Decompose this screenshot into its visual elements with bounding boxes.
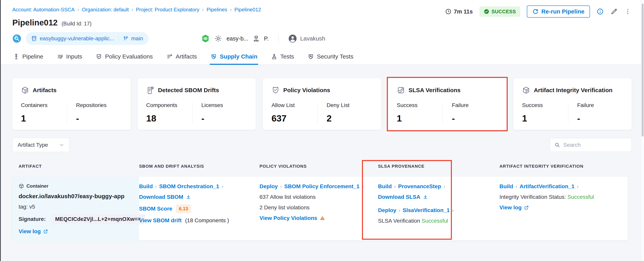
rerun-pipeline-button[interactable]: Re-run Pipeline <box>527 5 590 18</box>
rerun-label: Re-run Pipeline <box>541 8 584 15</box>
view-log-link[interactable]: View log <box>500 205 529 211</box>
signature-value: MEQCICde2Vjl...L+2+mqnOXw== <box>51 214 145 224</box>
tab-inputs[interactable]: Inputs <box>56 50 83 65</box>
metric-label: Licenses <box>201 102 247 108</box>
slsa-cell: Build ProvenanceStep Download SLSA Deplo… <box>378 177 500 241</box>
download-sbom-link[interactable]: Download SBOM <box>139 194 191 200</box>
sbom-cell: Build SBOM Orchestration_1 Download SBOM… <box>139 177 260 241</box>
tab-label: Inputs <box>66 53 82 60</box>
status-text: SUCCESS <box>492 9 516 14</box>
breadcrumb-current[interactable]: Pipeline012 <box>234 7 261 13</box>
metric-label: Components <box>146 102 192 108</box>
tab-pipeline[interactable]: Pipeline <box>12 50 44 65</box>
card-title: Artifact Integrity Verification <box>534 87 612 93</box>
title-row: Pipeline012 (Build Id: 17) <box>12 18 92 27</box>
metric: Allow List 637 <box>272 102 317 124</box>
page-header: Account: Automation-SSCA Organization: d… <box>0 0 644 65</box>
tab-label: Policy Evaluations <box>105 53 152 60</box>
metric: Failure - <box>443 102 498 124</box>
step-link[interactable]: SlsaVerification_1 <box>403 207 450 214</box>
metric-value: - <box>577 113 623 124</box>
stage-link[interactable]: Deploy <box>260 183 278 190</box>
stage-link[interactable]: Build <box>378 183 392 190</box>
filter-row: Artifact Type <box>12 138 632 152</box>
stage-link[interactable]: Build <box>500 183 513 190</box>
breadcrumb-account[interactable]: Account: Automation-SSCA <box>12 7 74 13</box>
chevron-separator <box>153 183 159 190</box>
tab-tests[interactable]: Tests <box>270 50 295 65</box>
column-header-sbom: SBOM AND DRIFT ANALYSIS <box>139 164 260 169</box>
search-input[interactable] <box>563 142 627 148</box>
slsa-icon <box>397 86 405 94</box>
info-icon[interactable] <box>596 8 604 15</box>
metric: Components 18 <box>146 102 192 124</box>
metric-value: 1 <box>397 113 443 124</box>
view-log-link[interactable]: View log <box>18 228 48 235</box>
metric-value: - <box>452 113 498 124</box>
breadcrumb-project[interactable]: Project: Product Exploratory <box>136 7 200 13</box>
view-policy-violations-text: View Policy Violations <box>260 215 317 221</box>
step-link[interactable]: ProvenanceStep <box>398 183 441 190</box>
more-options-icon[interactable] <box>624 8 631 15</box>
supply-chain-content: Artifacts Containers 1 Repositories - <box>0 65 644 261</box>
download-sbom-text: Download SBOM <box>139 194 183 200</box>
cube-icon <box>21 86 29 94</box>
breadcrumb-pipelines[interactable]: Pipelines <box>207 7 228 13</box>
vertical-scrollbar[interactable] <box>641 0 644 261</box>
tab-security-tests[interactable]: Security Tests <box>307 50 354 65</box>
artifact-name: docker.io/lavakush07/easy-buggy-app <box>18 193 124 200</box>
deny-list-violations: 2 Deny list violations <box>260 205 310 211</box>
gear-icon <box>214 35 222 42</box>
stage-link[interactable]: Build <box>139 183 153 190</box>
slsa-verification-status: SLSA Verification Successful <box>378 218 448 224</box>
metric-label: Success <box>522 102 568 108</box>
step-link[interactable]: ArtifactVerification_1 <box>520 183 574 190</box>
step-link[interactable]: SBOM Orchestration_1 <box>159 183 219 190</box>
breadcrumb: Account: Automation-SSCA Organization: d… <box>12 7 261 13</box>
branch-name-link[interactable]: main <box>131 35 143 42</box>
artifact-signature-line: Signature: MEQCICde2Vjl...L+2+mqnOXw== <box>18 214 145 224</box>
tab-artifacts[interactable]: Artifacts <box>166 50 198 65</box>
stage-link[interactable]: Deploy <box>378 207 396 214</box>
pill-divider <box>118 35 119 42</box>
breadcrumb-separator <box>227 7 234 13</box>
metric-value: 637 <box>272 113 317 124</box>
download-slsa-link[interactable]: Download SLSA <box>378 194 428 200</box>
sbom-drift-line: View SBOM drift (18 Components ) <box>139 217 229 224</box>
meta-divider <box>278 34 278 43</box>
metric: Success 1 <box>522 102 568 124</box>
card-slsa-verifications: SLSA Verifications Success 1 Failure - <box>388 78 506 130</box>
view-policy-violations-link[interactable]: View Policy Violations <box>260 215 325 221</box>
tab-policy-evaluations[interactable]: Policy Evaluations <box>95 50 153 65</box>
metric: Containers 1 <box>21 102 67 124</box>
chevron-separator <box>441 183 448 190</box>
status-badge: SUCCESS <box>480 6 520 17</box>
build-id: (Build Id: 17) <box>62 21 92 27</box>
card-artifacts: Artifacts Containers 1 Repositories - <box>12 78 131 130</box>
refresh-icon <box>532 8 539 15</box>
sbom-score-badge: 6.13 <box>176 205 191 213</box>
step-link[interactable]: SBOM Policy Enforcement_1 <box>284 183 360 190</box>
breadcrumb-organization[interactable]: Organization: default <box>82 7 129 13</box>
tab-label: Pipeline <box>22 53 43 60</box>
drift-component-count: (18 Components ) <box>185 217 229 224</box>
metric-label: Deny List <box>326 102 372 108</box>
edit-pipeline-icon[interactable] <box>610 8 618 15</box>
scrollbar-thumb[interactable] <box>642 3 644 137</box>
artifact-type-dropdown[interactable]: Artifact Type <box>12 138 70 152</box>
triggered-by-user: Lavakush <box>288 34 325 43</box>
repository-icon <box>31 36 37 41</box>
sbom-score-link[interactable]: SBOM Score <box>139 206 172 212</box>
download-icon <box>186 194 191 200</box>
tab-label: Artifacts <box>176 53 197 60</box>
card-title: Detected SBOM Drifts <box>158 87 219 93</box>
policy-cell: Deploy SBOM Policy Enforcement_1 637 All… <box>260 177 378 241</box>
trigger-group: easy-b... P. Lavakush <box>201 34 325 43</box>
tab-supply-chain[interactable]: Supply Chain <box>210 50 258 65</box>
trigger-name[interactable]: easy-b... <box>226 35 248 42</box>
integrity-status-value: Successful <box>568 194 594 200</box>
view-sbom-drift-link[interactable]: View SBOM drift <box>139 217 182 224</box>
warning-icon <box>320 215 325 221</box>
breadcrumb-separator <box>200 7 207 13</box>
repo-name-link[interactable]: easybuggy-vulnerable-applic... <box>40 35 114 42</box>
